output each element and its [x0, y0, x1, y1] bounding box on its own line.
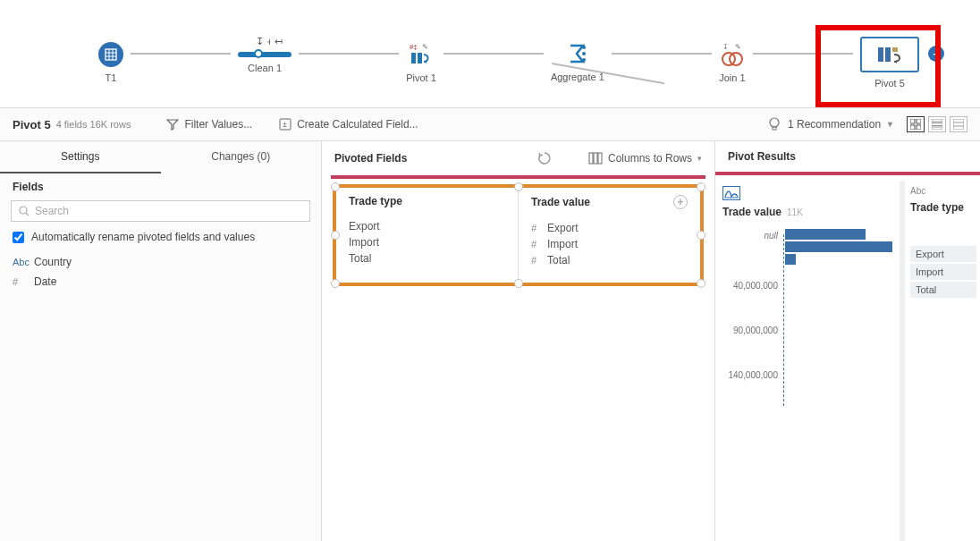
node-label: Pivot 1: [406, 72, 436, 83]
svg-rect-28: [932, 123, 942, 126]
add-field-button[interactable]: +: [673, 195, 688, 209]
filter-values-label: Filter Values...: [184, 118, 252, 131]
svg-point-10: [582, 52, 586, 55]
pivot-selection-frame[interactable]: Trade type Export Import Total Trade val…: [333, 184, 704, 286]
svg-rect-16: [878, 47, 883, 62]
node-label: Join 1: [719, 72, 745, 83]
number-icon: #: [531, 239, 547, 249]
view-list-icon[interactable]: [928, 116, 946, 132]
svg-rect-23: [910, 119, 915, 123]
aggregate-icon: [568, 43, 587, 66]
cols-rows-label: Columns to Rows: [608, 152, 692, 165]
pivoted-fields-title: Pivoted Fields: [334, 152, 407, 165]
resize-handle[interactable]: [331, 231, 340, 240]
view-table-icon[interactable]: [950, 116, 967, 132]
list-item[interactable]: Import: [349, 234, 505, 250]
svg-text:#‡: #‡: [410, 43, 418, 51]
svg-point-9: [582, 46, 586, 49]
auto-rename-checkbox[interactable]: Automatically rename pivoted fields and …: [0, 231, 321, 252]
svg-rect-30: [953, 119, 964, 130]
right-panel: Pivot Results Trade value 11K null 40,00…: [715, 141, 980, 541]
node-join1[interactable]: ↧✎ Join 1: [719, 42, 746, 83]
filter-values-button[interactable]: Filter Values...: [166, 118, 252, 131]
axis-tick: 90,000,000: [733, 325, 778, 335]
search-input[interactable]: Search: [11, 200, 310, 222]
field-name: Date: [34, 275, 56, 288]
accent-bar: [715, 172, 980, 175]
create-calc-label: Create Calculated Field...: [297, 118, 418, 131]
accent-bar: [331, 175, 705, 179]
tab-settings[interactable]: Settings: [0, 141, 161, 173]
caret-down-icon: ▼: [886, 120, 894, 129]
svg-rect-29: [932, 127, 942, 130]
number-icon: #: [531, 255, 547, 266]
list-item[interactable]: #Export: [531, 220, 688, 236]
svg-rect-0: [106, 49, 116, 60]
resize-handle[interactable]: [331, 279, 340, 288]
join-icon: ↧✎: [719, 42, 746, 67]
chart-count: 11K: [787, 207, 803, 217]
list-item[interactable]: Total: [349, 250, 505, 266]
pivot-col-trade-value: Trade value + #Export #Import #Total: [518, 188, 700, 283]
create-calc-button[interactable]: ± Create Calculated Field...: [279, 118, 418, 131]
flow-connector: [299, 53, 399, 55]
list-item[interactable]: Total: [910, 282, 976, 298]
svg-rect-8: [418, 53, 422, 63]
list-item[interactable]: Import: [910, 264, 976, 280]
resize-handle[interactable]: [697, 279, 705, 288]
add-step-button[interactable]: +: [928, 46, 944, 62]
node-pivot5[interactable]: Pivot 5: [860, 37, 919, 89]
recommendation-menu[interactable]: 1 Recommendation ▼: [768, 117, 894, 131]
list-item[interactable]: Export: [349, 218, 505, 234]
refresh-icon[interactable]: [536, 150, 553, 166]
list-item[interactable]: Export: [910, 246, 976, 262]
tab-changes[interactable]: Changes (0): [161, 141, 322, 173]
list-item[interactable]: #Total: [531, 252, 688, 268]
svg-line-34: [26, 213, 29, 216]
node-t1[interactable]: T1: [98, 42, 123, 83]
node-clean1[interactable]: ↧ ⫞ ↤ Clean 1: [238, 52, 291, 73]
pivot5-box: [860, 37, 919, 72]
caret-down-icon: ▾: [697, 154, 702, 163]
step-toolbar: Pivot 5 4 fields 16K rows Filter Values.…: [0, 107, 980, 141]
chart-name: Trade value: [722, 206, 781, 218]
distribution-icon[interactable]: [722, 186, 740, 200]
field-row-date[interactable]: # Date: [0, 272, 321, 292]
view-grid-icon[interactable]: [907, 116, 925, 132]
recommendation-label: 1 Recommendation: [788, 118, 881, 131]
step-name: Pivot 5: [13, 118, 51, 131]
col-header: Trade type: [349, 195, 402, 207]
node-label: T1: [106, 72, 117, 83]
flow-connector: [612, 53, 712, 55]
node-aggregate1[interactable]: Aggregate 1: [551, 43, 604, 82]
cols-rows-icon: [588, 152, 603, 165]
svg-rect-7: [411, 53, 416, 63]
axis-label-null: null: [764, 231, 778, 241]
svg-point-33: [20, 207, 27, 214]
resize-handle[interactable]: [697, 231, 705, 240]
svg-rect-26: [917, 125, 921, 130]
svg-text:±: ±: [283, 120, 287, 129]
histogram-bar: [785, 254, 796, 265]
resize-handle[interactable]: [331, 182, 340, 191]
field-row-country[interactable]: Abc Country: [0, 252, 321, 272]
field-type-number-icon: #: [13, 276, 34, 287]
resize-handle[interactable]: [514, 182, 523, 191]
auto-rename-input[interactable]: [13, 232, 24, 243]
node-pivot1[interactable]: #‡✎ Pivot 1: [406, 42, 436, 83]
data-source-icon: [98, 42, 123, 67]
flow-connector: [131, 53, 231, 55]
abc-icon: Abc: [910, 186, 976, 196]
svg-text:✎: ✎: [735, 43, 741, 51]
type-column: Abc Trade type Export Import Total: [905, 181, 980, 541]
svg-text:↧: ↧: [722, 43, 729, 51]
columns-to-rows-dropdown[interactable]: Columns to Rows ▾: [588, 152, 702, 165]
list-item[interactable]: #Import: [531, 236, 688, 252]
pivot-box: Trade type Export Import Total Trade val…: [333, 184, 704, 286]
resize-handle[interactable]: [697, 182, 705, 191]
calc-icon: ±: [279, 118, 291, 131]
left-tabs: Settings Changes (0): [0, 141, 321, 173]
node-label: Clean 1: [248, 63, 282, 73]
resize-handle[interactable]: [514, 279, 523, 288]
node-label: Pivot 5: [874, 78, 905, 89]
